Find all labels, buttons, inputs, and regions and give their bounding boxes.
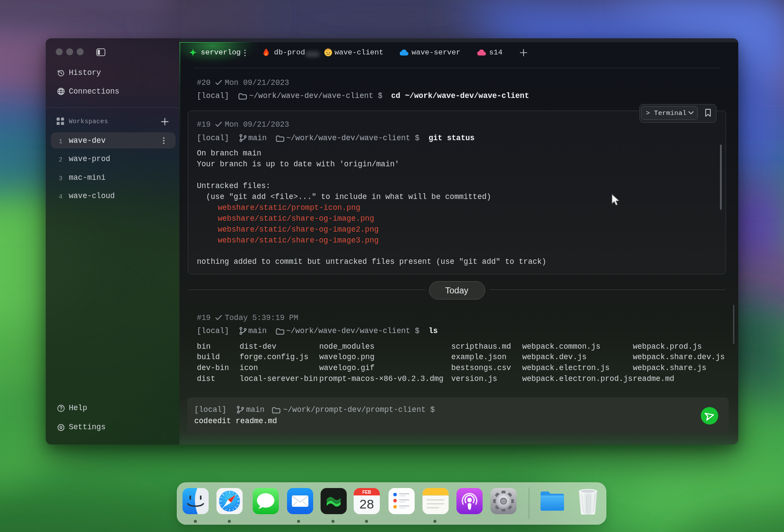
svg-text:28: 28 (359, 497, 374, 511)
svg-text:FEB: FEB (362, 490, 371, 495)
